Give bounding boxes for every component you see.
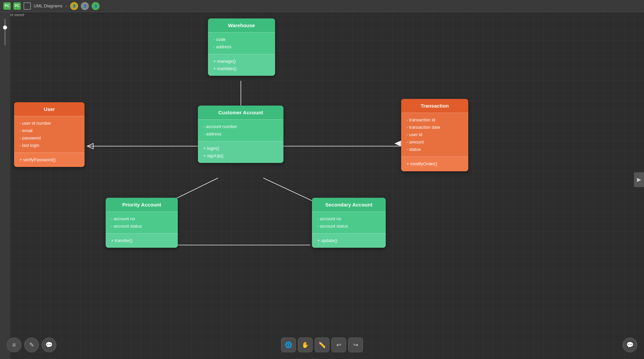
pa-method-1: + transfer() (111, 237, 172, 244)
globe-icon: 🌐 (285, 341, 292, 349)
user-header: User (14, 102, 85, 116)
zoom-slider-track[interactable] (4, 19, 6, 46)
bottom-left-toolbar: ≡ ✎ 💬 (7, 338, 56, 352)
undo-button[interactable]: ↩ (331, 338, 346, 352)
warehouse-methods: + manage() + maintain() (208, 54, 275, 76)
globe-button[interactable]: 🌐 (281, 338, 296, 352)
customer-account-title: Customer Account (218, 110, 263, 115)
secondary-account-title: Secondary Account (325, 202, 372, 207)
redo-button[interactable]: ↪ (348, 338, 363, 352)
warehouse-header: Warehouse (208, 18, 275, 32)
pencil-icon: ✏️ (318, 341, 326, 349)
zoom-slider-thumb[interactable] (3, 25, 7, 29)
priority-account-class: Priority Account - account no - account … (106, 198, 178, 248)
hand-button[interactable]: ✋ (298, 338, 313, 352)
svg-marker-3 (87, 143, 93, 149)
avatar-1[interactable]: 👤 (70, 2, 78, 10)
top-bar: PC PC UML Diagrams « 👤 👤 👤 (0, 0, 644, 12)
ca-method-1: + login() (203, 145, 278, 152)
pa-attr-2: - account status (111, 223, 172, 230)
txn-attr-4: - amount (407, 138, 463, 146)
redo-icon: ↪ (353, 341, 358, 349)
comment-icon: 💬 (45, 341, 53, 349)
edit-button[interactable]: ✎ (24, 338, 39, 352)
left-panel (0, 12, 10, 359)
edit-icon: ✎ (29, 341, 34, 349)
customer-account-methods: + login() + signUp() (198, 141, 283, 163)
user-attr-3: - password (19, 134, 79, 142)
hand-icon: ✋ (302, 341, 309, 349)
secondary-account-methods: + update() (312, 233, 386, 248)
avatar-2[interactable]: 👤 (81, 2, 89, 10)
warehouse-attr-2: - address (213, 43, 270, 51)
priority-account-header: Priority Account (106, 198, 178, 212)
user-method-1: + verifyPassword() (19, 156, 79, 164)
board-title: UML Diagrams (34, 3, 62, 8)
txn-attr-3: - user id (407, 131, 463, 138)
ca-attr-2: - address (203, 130, 278, 138)
transaction-attributes: - transaction id - transaction date - us… (401, 113, 468, 157)
pa-attr-1: - account no (111, 215, 172, 223)
user-attributes: - user id number - email - password - la… (14, 116, 85, 153)
warehouse-class: Warehouse - code - address + manage() + … (208, 18, 275, 76)
logo-2: PC (13, 2, 21, 10)
txn-method-1: + modifyOrder() (407, 160, 463, 168)
warehouse-attr-1: - code (213, 36, 270, 43)
transaction-class: Transaction - transaction id - transacti… (401, 99, 468, 171)
divider: « (65, 3, 67, 8)
sa-attr-2: - account status (317, 223, 380, 230)
square-icon[interactable] (23, 2, 31, 10)
transaction-header: Transaction (401, 99, 468, 113)
undo-icon: ↩ (336, 341, 341, 349)
customer-account-class: Customer Account - account number - addr… (198, 106, 283, 163)
secondary-account-header: Secondary Account (312, 198, 386, 212)
priority-account-methods: + transfer() (106, 233, 178, 248)
user-methods: + verifyPassword() (14, 153, 85, 167)
list-button[interactable]: ≡ (7, 338, 21, 352)
priority-account-attributes: - account no - account status (106, 212, 178, 233)
secondary-account-attributes: - account no - account status (312, 212, 386, 233)
chevron-right-icon: ▶ (637, 176, 641, 183)
ca-attr-1: - account number (203, 123, 278, 130)
transaction-methods: + modifyOrder() (401, 157, 468, 171)
priority-account-title: Priority Account (122, 202, 161, 207)
secondary-account-class: Secondary Account - account no - account… (312, 198, 386, 248)
connection-lines (0, 12, 644, 359)
txn-attr-2: - transaction date (407, 124, 463, 131)
logo-1: PC (3, 2, 11, 10)
list-icon: ≡ (12, 342, 16, 349)
user-attr-2: - email (19, 127, 79, 134)
right-panel-toggle[interactable]: ▶ (634, 172, 644, 187)
chat-button[interactable]: 💬 (623, 338, 637, 352)
user-title: User (44, 106, 55, 112)
warehouse-method-1: + manage() (213, 58, 270, 65)
chat-icon: 💬 (626, 341, 634, 349)
txn-attr-5: - status (407, 146, 463, 153)
sa-attr-1: - account no (317, 215, 380, 223)
user-attr-1: - user id number (19, 120, 79, 127)
bottom-center-toolbar: 🌐 ✋ ✏️ ↩ ↪ (281, 338, 363, 352)
user-attr-4: - last login (19, 142, 79, 149)
ca-method-2: + signUp() (203, 152, 278, 160)
customer-account-attributes: - account number - address (198, 119, 283, 141)
customer-account-header: Customer Account (198, 106, 283, 119)
user-class: User - user id number - email - password… (14, 102, 85, 167)
pencil-button[interactable]: ✏️ (315, 338, 329, 352)
warehouse-method-2: + maintain() (213, 65, 270, 72)
comment-button[interactable]: 💬 (42, 338, 56, 352)
txn-attr-1: - transaction id (407, 116, 463, 124)
warehouse-attributes: - code - address (208, 32, 275, 54)
avatar-3[interactable]: 👤 (92, 2, 100, 10)
warehouse-title: Warehouse (228, 22, 255, 28)
transaction-title: Transaction (421, 103, 449, 109)
sa-method-1: + update() (317, 237, 380, 244)
